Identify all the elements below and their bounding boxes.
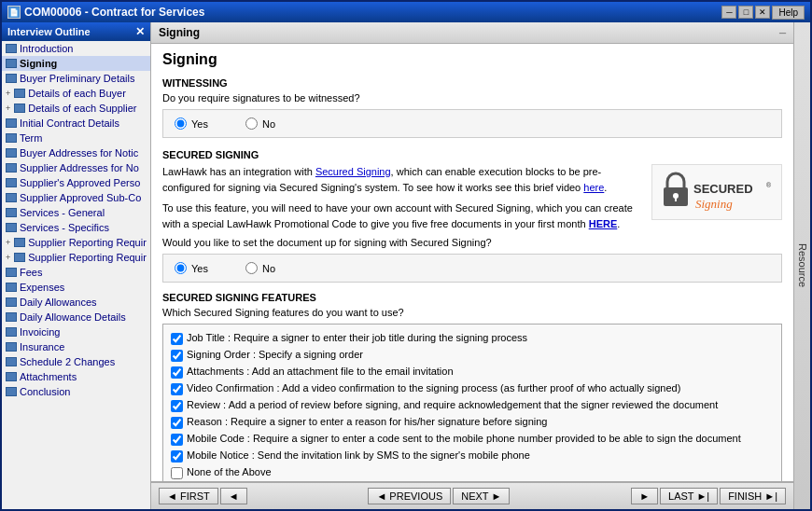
- sidebar-icon: [6, 387, 17, 396]
- sidebar-item-initial-contract[interactable]: Initial Contract Details: [2, 116, 150, 131]
- sidebar-label-initial-contract: Initial Contract Details: [20, 117, 119, 129]
- sidebar-item-supplier-approved-perso[interactable]: Supplier's Approved Perso: [2, 175, 150, 190]
- feature-mobile-notice-checkbox[interactable]: [171, 450, 183, 463]
- witnessing-no-radio[interactable]: [245, 117, 258, 130]
- sidebar-label-attachments: Attachments: [20, 371, 77, 382]
- finish-button[interactable]: FINISH ►|: [720, 488, 786, 504]
- witnessing-radio-box: Yes No: [162, 109, 782, 138]
- feature-attachments-checkbox[interactable]: [171, 366, 183, 379]
- sidebar-item-supplier-addresses[interactable]: Supplier Addresses for No: [2, 160, 150, 175]
- previous-button[interactable]: ◄ PREVIOUS: [368, 488, 451, 504]
- next-arrow-button[interactable]: ►: [631, 488, 658, 504]
- secured-yes-radio[interactable]: [175, 262, 187, 274]
- app-icon: 📄: [7, 6, 21, 19]
- sidebar-item-buyer-prelim[interactable]: Buyer Preliminary Details: [2, 71, 150, 86]
- sidebar-item-supplier-reporting1[interactable]: + Supplier Reporting Requir: [2, 235, 150, 250]
- minimize-button[interactable]: ─: [721, 6, 736, 19]
- sidebar-icon: [6, 178, 17, 187]
- feature-video-confirmation: Video Confirmation : Add a video confirm…: [171, 380, 774, 397]
- sidebar-label-conclusion: Conclusion: [20, 386, 70, 397]
- sidebar-item-buyer-addresses[interactable]: Buyer Addresses for Notic: [2, 145, 150, 160]
- feature-reason-checkbox[interactable]: [171, 417, 183, 429]
- sidebar-label-invoicing: Invoicing: [20, 326, 60, 338]
- features-checkbox-list: Job Title : Require a signer to enter th…: [162, 324, 782, 481]
- close-button[interactable]: ✕: [755, 6, 770, 19]
- feature-reason-label: Reason : Require a signer to enter a rea…: [187, 416, 547, 427]
- secured-signing-para1: LawHawk has an integration with Secured …: [162, 164, 640, 195]
- witnessing-no-option[interactable]: No: [245, 117, 275, 130]
- secured-signing-logo: SECURED Signing ®: [651, 164, 782, 220]
- feature-none-above: None of the Above: [171, 464, 774, 481]
- content-header: Signing ─: [151, 22, 793, 44]
- help-button[interactable]: Help: [772, 6, 805, 20]
- sidebar-label-supplier-addresses: Supplier Addresses for No: [20, 162, 139, 173]
- feature-mobile-notice-label: Mobile Notice : Send the invitation link…: [187, 449, 530, 461]
- witnessing-yes-radio[interactable]: [175, 117, 187, 130]
- sidebar-label-supplier-approved-perso: Supplier's Approved Perso: [20, 177, 140, 188]
- sidebar-item-schedule2[interactable]: Schedule 2 Changes: [2, 354, 150, 369]
- feature-review-label: Review : Add a period of review before s…: [187, 399, 718, 410]
- sidebar-item-signing[interactable]: Signing: [2, 56, 150, 71]
- feature-video-confirmation-checkbox[interactable]: [171, 383, 183, 395]
- sidebar-item-insurance[interactable]: Insurance: [2, 339, 150, 354]
- resource-tab[interactable]: Resource: [793, 22, 810, 509]
- feature-signing-order-label: Signing Order : Specify a signing order: [187, 349, 363, 360]
- sidebar-item-conclusion[interactable]: Conclusion: [2, 384, 150, 399]
- secured-yes-option[interactable]: Yes: [175, 262, 208, 274]
- sidebar-item-daily-allowances[interactable]: Daily Allowances: [2, 295, 150, 310]
- sidebar-icon: [6, 133, 17, 143]
- features-question: Which Secured Signing features do you wa…: [162, 307, 782, 318]
- expand-icon: +: [6, 253, 10, 262]
- sidebar-item-details-supplier[interactable]: + Details of each Supplier: [2, 101, 150, 116]
- sidebar-icon: [6, 74, 17, 83]
- sidebar-icon: [6, 44, 17, 53]
- feature-none-above-checkbox[interactable]: [171, 467, 183, 479]
- secured-signing-radio-box: Yes No: [162, 254, 782, 283]
- secured-no-label: No: [262, 263, 275, 274]
- sidebar-label-details-buyer: Details of each Buyer: [28, 88, 126, 99]
- restore-button[interactable]: □: [738, 6, 753, 19]
- sidebar-label-fees: Fees: [20, 267, 42, 278]
- sidebar-item-daily-allowance-details[interactable]: Daily Allowance Details: [2, 310, 150, 325]
- witnessing-yes-option[interactable]: Yes: [175, 117, 208, 130]
- sidebar-item-services-specifics[interactable]: Services - Specifics: [2, 220, 150, 235]
- prev-arrow-button[interactable]: ◄: [220, 488, 247, 504]
- feature-reason: Reason : Require a signer to enter a rea…: [171, 414, 774, 431]
- feature-job-title-checkbox[interactable]: [171, 333, 183, 345]
- sidebar-icon: [6, 342, 17, 352]
- feature-job-title-label: Job Title : Require a signer to enter th…: [187, 332, 527, 343]
- secured-no-radio[interactable]: [245, 262, 258, 274]
- sidebar-item-expenses[interactable]: Expenses: [2, 280, 150, 295]
- sidebar-header: Interview Outline ✕: [2, 22, 150, 41]
- feature-signing-order-checkbox[interactable]: [171, 350, 183, 362]
- next-button[interactable]: NEXT ►: [453, 488, 510, 504]
- content-minimize-button[interactable]: ─: [779, 28, 786, 38]
- here-link[interactable]: HERE: [589, 218, 618, 229]
- sidebar-item-details-buyer[interactable]: + Details of each Buyer: [2, 86, 150, 101]
- last-button[interactable]: LAST ►|: [660, 488, 718, 504]
- feature-review-checkbox[interactable]: [171, 400, 183, 412]
- sidebar-item-fees[interactable]: Fees: [2, 265, 150, 280]
- sidebar-icon: [6, 163, 17, 173]
- sidebar-item-introduction[interactable]: Introduction: [2, 41, 150, 56]
- feature-mobile-code: Mobile Code : Require a signer to enter …: [171, 431, 774, 448]
- sidebar-close-button[interactable]: ✕: [135, 25, 145, 38]
- sidebar-item-supplier-reporting2[interactable]: + Supplier Reporting Requir: [2, 250, 150, 265]
- sidebar-item-term[interactable]: Term: [2, 131, 150, 145]
- sidebar-item-invoicing[interactable]: Invoicing: [2, 325, 150, 339]
- sidebar-icon: [6, 312, 17, 322]
- witnessing-yes-label: Yes: [191, 118, 208, 130]
- sidebar-icon: [6, 118, 17, 128]
- feature-mobile-code-label: Mobile Code : Require a signer to enter …: [187, 433, 741, 444]
- sidebar-item-supplier-approved-sub[interactable]: Supplier Approved Sub-Co: [2, 190, 150, 205]
- feature-mobile-code-checkbox[interactable]: [171, 434, 183, 446]
- nav-center-group: ◄ PREVIOUS NEXT ►: [368, 488, 510, 504]
- sidebar-icon: [6, 208, 17, 217]
- video-link[interactable]: here: [583, 182, 604, 193]
- secured-signing-link[interactable]: Secured Signing: [315, 166, 391, 177]
- sidebar-icon: [6, 327, 17, 337]
- sidebar-item-services-general[interactable]: Services - General: [2, 205, 150, 220]
- secured-no-option[interactable]: No: [245, 262, 275, 274]
- first-button[interactable]: ◄ FIRST: [159, 488, 218, 504]
- sidebar-item-attachments[interactable]: Attachments: [2, 369, 150, 384]
